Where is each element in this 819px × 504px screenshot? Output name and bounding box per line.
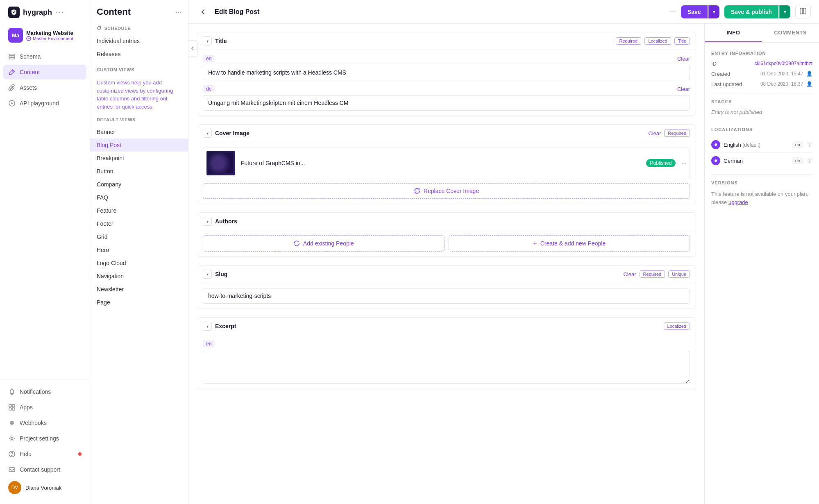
nav-bottom: Notifications Apps Webhooks	[0, 379, 90, 497]
cover-image-body: Future of GraphCMS in... Published ··· R…	[197, 142, 696, 204]
last-updated-label: Last updated	[711, 81, 748, 87]
view-item-breakpoint[interactable]: Breakpoint	[90, 152, 188, 165]
excerpt-collapse-button[interactable]: ▾	[203, 322, 212, 331]
authors-collapse-button[interactable]: ▾	[203, 217, 212, 226]
svg-point-10	[11, 422, 13, 424]
save-btn-group: Save ▾	[681, 5, 719, 18]
svg-point-0	[27, 36, 31, 41]
custom-views-label: CUSTOM VIEWS	[90, 66, 188, 75]
view-item-footer[interactable]: Footer	[90, 217, 188, 230]
info-row-updated: Last updated 08 Dec 2020, 18:37 👤	[711, 81, 812, 87]
content-area: ▾ Title Required Localized Title en Clea…	[188, 24, 819, 504]
locale-en-code: en	[792, 141, 803, 148]
save-button[interactable]: Save	[681, 5, 708, 18]
view-item-releases[interactable]: Releases	[90, 48, 188, 61]
nav-items: Schema Content Assets A	[0, 49, 90, 376]
svg-rect-8	[9, 408, 11, 410]
svg-point-13	[11, 455, 12, 456]
view-item-logo-cloud[interactable]: Logo Cloud	[90, 257, 188, 270]
view-item-blog-post[interactable]: Blog Post	[90, 138, 188, 152]
cover-clear[interactable]: Clear	[648, 130, 661, 136]
id-label: ID	[711, 61, 748, 67]
back-button[interactable]	[197, 5, 210, 18]
panel-tabs: INFO COMMENTS	[705, 24, 819, 43]
title-de-clear[interactable]: Clear	[677, 86, 690, 92]
replace-cover-button[interactable]: Replace Cover Image	[203, 183, 690, 199]
excerpt-textarea[interactable]	[203, 351, 690, 384]
bell-icon	[8, 388, 16, 395]
topbar-dots[interactable]: ···	[670, 7, 676, 16]
slug-collapse-button[interactable]: ▾	[203, 270, 212, 279]
excerpt-field-label: Excerpt	[215, 323, 660, 329]
contact-icon	[8, 466, 16, 473]
title-en-input[interactable]	[203, 65, 690, 80]
sidebar-item-contact[interactable]: Contact support	[3, 462, 86, 477]
tab-comments[interactable]: COMMENTS	[762, 24, 819, 42]
add-existing-people-button[interactable]: Add existing People	[203, 235, 445, 252]
cover-dots[interactable]: ···	[681, 160, 686, 166]
upgrade-link[interactable]: upgrade	[728, 199, 748, 205]
sidebar-item-notifications[interactable]: Notifications	[3, 384, 86, 399]
excerpt-en-locale: en	[203, 340, 215, 347]
sidebar-item-help[interactable]: Help	[3, 447, 86, 461]
title-en-clear[interactable]: Clear	[677, 56, 690, 62]
logo-dots[interactable]: ···	[55, 8, 65, 17]
view-item-individual-entries[interactable]: Individual entries	[90, 34, 188, 48]
sidebar-item-api[interactable]: API playground	[3, 96, 86, 111]
workspace-name: Marketing Website	[26, 30, 82, 36]
locale-de-code: de	[792, 157, 803, 164]
tab-info[interactable]: INFO	[705, 24, 762, 42]
slug-input[interactable]	[203, 288, 690, 304]
view-item-hero[interactable]: Hero	[90, 243, 188, 257]
slug-unique-badge: Unique	[668, 270, 690, 278]
sidebar-item-assets[interactable]: Assets	[3, 80, 86, 95]
top-bar: Edit Blog Post ··· Save ▾ Save & publish…	[188, 0, 819, 24]
locale-english-name: English (default)	[724, 142, 789, 148]
title-de-input[interactable]	[203, 95, 690, 111]
svg-point-11	[11, 438, 13, 440]
cover-image-field-header: ▾ Cover Image Clear Required	[197, 125, 696, 142]
grid-icon	[8, 404, 16, 411]
title-collapse-button[interactable]: ▾	[203, 36, 212, 45]
cover-image-item[interactable]: Future of GraphCMS in... Published ···	[203, 147, 690, 179]
create-add-people-button[interactable]: + Create & add new People	[449, 235, 690, 252]
help-badge	[78, 452, 82, 456]
view-item-button[interactable]: Button	[90, 165, 188, 178]
locale-row-german: German de 🗑	[711, 153, 812, 168]
help-icon	[8, 450, 16, 458]
sidebar-item-schema[interactable]: Schema	[3, 49, 86, 64]
publish-chevron-button[interactable]: ▾	[779, 5, 790, 18]
view-item-navigation[interactable]: Navigation	[90, 270, 188, 283]
authors-body: Add existing People + Create & add new P…	[197, 230, 696, 257]
view-item-grid[interactable]: Grid	[90, 230, 188, 243]
locale-en-delete[interactable]: 🗑	[807, 141, 812, 148]
user-item[interactable]: DV Diana Voroniak	[3, 478, 86, 497]
cover-published-badge: Published	[646, 159, 676, 167]
excerpt-localized-badge: Localized	[664, 322, 690, 330]
sidebar-item-apps[interactable]: Apps	[3, 400, 86, 415]
view-item-faq[interactable]: FAQ	[90, 191, 188, 204]
versions-text: This feature is not available on your pl…	[711, 190, 812, 206]
workspace-area[interactable]: Ma Marketing Website Master Environment	[3, 25, 86, 49]
sidebar-item-project-settings[interactable]: Project settings	[3, 431, 86, 446]
layers-icon	[8, 53, 16, 60]
view-item-banner[interactable]: Banner	[90, 125, 188, 138]
locale-circle-de	[711, 156, 720, 165]
view-item-page[interactable]: Page	[90, 296, 188, 309]
layout-button[interactable]	[795, 5, 811, 18]
view-item-feature[interactable]: Feature	[90, 204, 188, 217]
sidebar-item-content[interactable]: Content	[3, 65, 86, 79]
save-chevron-button[interactable]: ▾	[708, 5, 719, 18]
sidebar-item-webhooks[interactable]: Webhooks	[3, 415, 86, 430]
view-item-company[interactable]: Company	[90, 178, 188, 191]
cover-collapse-button[interactable]: ▾	[203, 129, 212, 138]
locale-de-delete[interactable]: 🗑	[807, 157, 812, 164]
plus-icon: +	[533, 240, 537, 247]
views-dots[interactable]: ···	[175, 8, 181, 16]
right-panel: INFO COMMENTS ENTRY INFORMATION ID cki61…	[704, 24, 819, 504]
add-existing-label: Add existing People	[303, 240, 354, 247]
view-item-newsletter[interactable]: Newsletter	[90, 283, 188, 296]
slug-clear[interactable]: Clear	[623, 271, 636, 277]
save-publish-button[interactable]: Save & publish	[724, 5, 778, 18]
collapse-sidebar-button[interactable]	[188, 40, 198, 57]
